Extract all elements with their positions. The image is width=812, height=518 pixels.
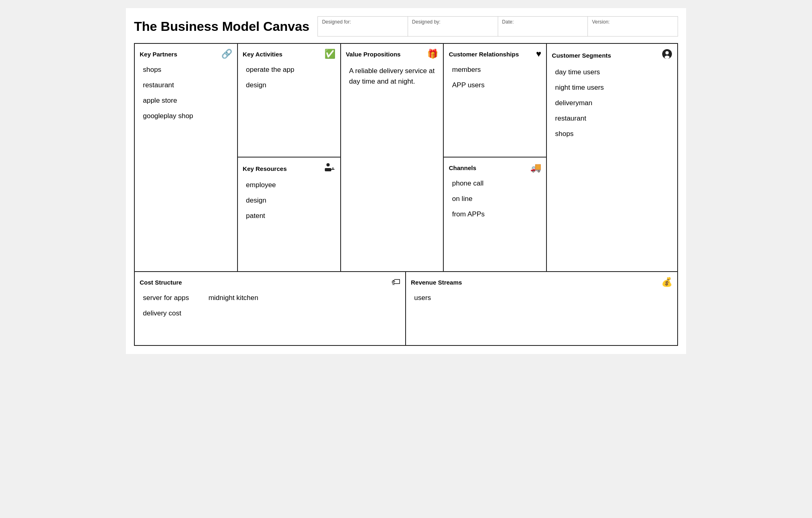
list-item: shops — [140, 66, 232, 74]
list-item: server for apps — [140, 294, 189, 302]
key-resources-icon — [324, 162, 335, 175]
list-item: employee — [243, 181, 335, 189]
revenue-streams-header: Revenue Streams 💰 — [411, 277, 672, 287]
key-partners-title: Key Partners — [140, 51, 177, 58]
page-title: The Business Model Canvas — [134, 19, 309, 34]
canvas-bottom: Cost Structure 🏷 server for apps deliver… — [135, 272, 677, 345]
key-partners-icon: 🔗 — [221, 49, 232, 59]
cost-structure-col2: midnight kitchen — [205, 294, 258, 325]
customer-relationships-section: Customer Relationships ♥ members APP use… — [444, 44, 546, 158]
channels-section: Channels 🚚 phone call on line from APPs — [444, 158, 546, 271]
cost-structure-header: Cost Structure 🏷 — [140, 277, 400, 287]
channels-title: Channels — [449, 164, 476, 171]
list-item: design — [243, 81, 335, 89]
list-item: members — [449, 66, 541, 74]
list-item: night time users — [552, 84, 672, 92]
canvas-grid: Key Partners 🔗 shops restaurant apple st… — [134, 43, 678, 346]
designed-by-field[interactable]: Designed by: — [408, 17, 498, 36]
header: The Business Model Canvas Designed for: … — [134, 16, 678, 37]
tag-icon: 🏷 — [391, 277, 400, 287]
truck-icon: 🚚 — [530, 162, 541, 173]
list-item: restaurant — [140, 81, 232, 89]
cost-structure-items: server for apps delivery cost midnight k… — [140, 294, 400, 325]
list-item: deliveryman — [552, 99, 672, 107]
list-item: day time users — [552, 68, 672, 76]
list-item: phone call — [449, 179, 541, 188]
revenue-streams-title: Revenue Streams — [411, 279, 462, 286]
list-item: users — [411, 294, 672, 302]
key-activities-header: Key Activities ✅ — [243, 49, 335, 59]
key-resources-section: Key Resources employee design — [238, 158, 340, 271]
header-fields: Designed for: Designed by: Date: Version… — [317, 16, 678, 37]
customer-segments-title: Customer Segments — [552, 52, 611, 59]
customer-relationships-title: Customer Relationships — [449, 51, 519, 58]
heart-icon: ♥ — [536, 49, 541, 59]
key-activities-title: Key Activities — [243, 51, 283, 58]
key-partners-section: Key Partners 🔗 shops restaurant apple st… — [135, 44, 238, 271]
customer-relationships-header: Customer Relationships ♥ — [449, 49, 541, 59]
channels-header: Channels 🚚 — [449, 162, 541, 173]
cost-structure-section: Cost Structure 🏷 server for apps deliver… — [135, 272, 406, 345]
designed-for-field[interactable]: Designed for: — [318, 17, 408, 36]
value-propositions-title: Value Propositions — [346, 51, 401, 58]
customer-segments-section: Customer Segments day time users night t… — [547, 44, 677, 271]
person-icon — [662, 49, 672, 62]
money-bag-icon: 💰 — [661, 277, 672, 287]
list-item: googleplay shop — [140, 112, 232, 120]
key-activities-section: Key Activities ✅ operate the app design — [238, 44, 340, 158]
canvas-main: Key Partners 🔗 shops restaurant apple st… — [135, 44, 677, 272]
key-resources-title: Key Resources — [243, 165, 287, 172]
list-item: apple store — [140, 97, 232, 105]
svg-rect-1 — [325, 168, 331, 171]
gift-icon: 🎁 — [427, 49, 438, 59]
svg-point-0 — [326, 163, 330, 166]
svg-rect-3 — [333, 167, 333, 170]
value-propositions-header: Value Propositions 🎁 — [346, 49, 438, 59]
key-activities-icon: ✅ — [324, 49, 335, 59]
cost-structure-title: Cost Structure — [140, 279, 182, 286]
list-item: from APPs — [449, 210, 541, 218]
designed-for-label: Designed for: — [322, 19, 404, 25]
version-label: Version: — [592, 19, 674, 25]
version-field[interactable]: Version: — [588, 17, 678, 36]
svg-point-5 — [665, 51, 669, 54]
designed-by-label: Designed by: — [412, 19, 494, 25]
value-propositions-section: Value Propositions 🎁 A reliable delivery… — [341, 44, 444, 271]
key-activities-resources-col: Key Activities ✅ operate the app design … — [238, 44, 341, 271]
revenue-streams-section: Revenue Streams 💰 users — [406, 272, 677, 345]
date-field[interactable]: Date: — [498, 17, 588, 36]
list-item: design — [243, 196, 335, 205]
list-item: operate the app — [243, 66, 335, 74]
value-propositions-text: A reliable delivery service at day time … — [346, 66, 438, 86]
customer-segments-header: Customer Segments — [552, 49, 672, 62]
customer-rel-channels-col: Customer Relationships ♥ members APP use… — [444, 44, 547, 271]
list-item: APP users — [449, 81, 541, 89]
svg-point-6 — [665, 56, 669, 59]
page-wrapper: The Business Model Canvas Designed for: … — [126, 8, 686, 354]
key-partners-header: Key Partners 🔗 — [140, 49, 232, 59]
list-item: restaurant — [552, 114, 672, 123]
key-resources-header: Key Resources — [243, 162, 335, 175]
list-item: delivery cost — [140, 309, 189, 317]
cost-structure-col1: server for apps delivery cost — [140, 294, 189, 325]
list-item: midnight kitchen — [205, 294, 258, 302]
list-item: patent — [243, 212, 335, 220]
date-label: Date: — [502, 19, 584, 25]
list-item: on line — [449, 195, 541, 203]
list-item: shops — [552, 130, 672, 138]
